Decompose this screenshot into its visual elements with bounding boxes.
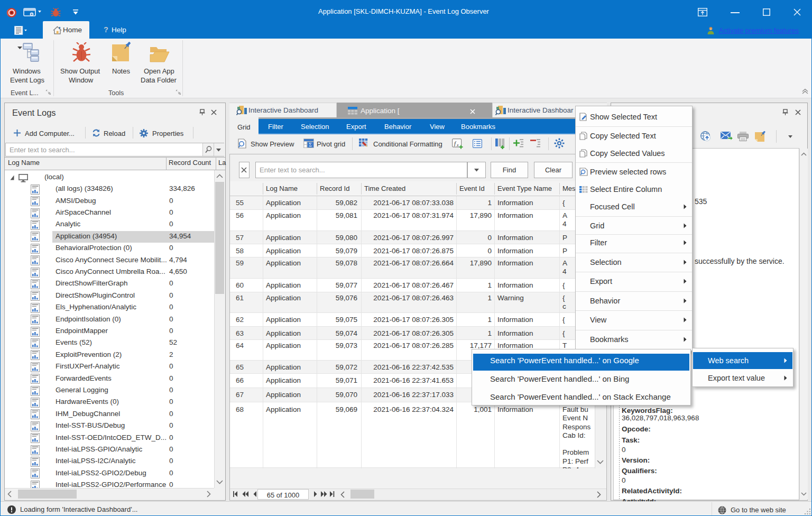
svg-text:Σ: Σ	[309, 142, 312, 148]
svg-text:x: x	[456, 143, 459, 148]
